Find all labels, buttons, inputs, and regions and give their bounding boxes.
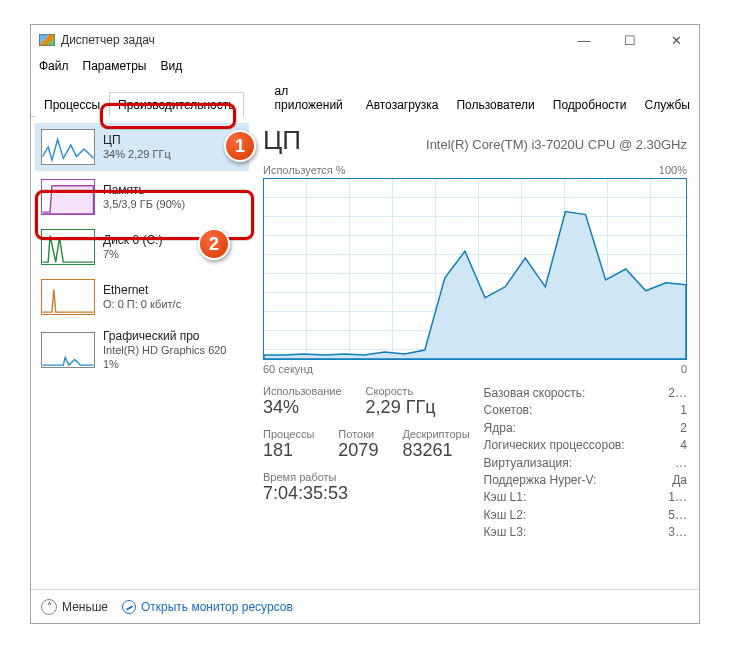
close-button[interactable]: ✕ [653,25,699,55]
sidebar-item-sub: 3,5/3,9 ГБ (90%) [103,198,185,212]
fewer-details-button[interactable]: ˄ Меньше [41,599,108,615]
menu-view[interactable]: Вид [160,59,182,73]
sidebar-item-memory[interactable]: Память 3,5/3,9 ГБ (90%) [35,173,249,221]
main-pane: ЦП Intel(R) Core(TM) i3-7020U CPU @ 2.30… [253,117,699,589]
sidebar-item-sub: 34% 2,29 ГГц [103,148,171,162]
sidebar-item-ethernet[interactable]: Ethernet О: 0 П: 0 кбит/с [35,273,249,321]
chart-label-bl: 60 секунд [263,363,313,375]
disk-thumbnail [41,229,95,265]
sidebar-item-sub: Intel(R) HD Graphics 620 [103,344,227,358]
sidebar-item-sub: 7% [103,248,162,262]
ethernet-thumbnail [41,279,95,315]
stat-value: 7:04:35:53 [263,483,348,504]
tab-startup[interactable]: Автозагрузка [357,92,448,117]
memory-thumbnail [41,179,95,215]
sidebar-item-cpu[interactable]: ЦП 34% 2,29 ГГц [35,123,249,171]
tab-services[interactable]: Службы [636,92,699,117]
menu-bar: Файл Параметры Вид [31,55,699,77]
stat-label: Использование [263,385,342,397]
menu-file[interactable]: Файл [39,59,69,73]
stat-label: Скорость [366,385,436,397]
stat-label: Время работы [263,471,348,483]
tab-row: Процессы Производительность ал приложени… [31,77,699,117]
window-title: Диспетчер задач [61,33,155,47]
tab-details[interactable]: Подробности [544,92,636,117]
stat-value: 2079 [338,440,378,461]
stat-label: Потоки [338,428,378,440]
menu-options[interactable]: Параметры [83,59,147,73]
gpu-thumbnail [41,332,95,368]
chart-label-tr: 100% [659,164,687,176]
tab-processes[interactable]: Процессы [35,92,109,117]
sidebar-item-label: Ethernet [103,283,181,298]
tab-app-history[interactable]: ал приложений [244,78,357,117]
stat-value: 2,29 ГГц [366,397,436,418]
maximize-button[interactable]: ☐ [607,25,653,55]
sidebar-item-gpu[interactable]: Графический про Intel(R) HD Graphics 620… [35,323,249,378]
sidebar-item-label: Диск 0 (C:) [103,233,162,248]
device-name: Intel(R) Core(TM) i3-7020U CPU @ 2.30GHz [319,137,687,152]
footer: ˄ Меньше Открыть монитор ресурсов [31,589,699,623]
app-icon [39,34,55,46]
tab-users[interactable]: Пользователи [447,92,543,117]
chart-label-tl: Используется % [263,164,346,176]
open-resource-monitor-link[interactable]: Открыть монитор ресурсов [122,600,293,614]
stat-value: 181 [263,440,314,461]
titlebar: Диспетчер задач — ☐ ✕ [31,25,699,55]
sidebar-item-label: ЦП [103,133,171,148]
chevron-up-icon: ˄ [41,599,57,615]
annotation-badge-1: 1 [224,130,256,162]
sidebar-item-sub: О: 0 П: 0 кбит/с [103,298,181,312]
cpu-thumbnail [41,129,95,165]
chart-label-br: 0 [681,363,687,375]
minimize-button[interactable]: — [561,25,607,55]
tab-performance[interactable]: Производительность [109,92,243,117]
page-title: ЦП [263,125,301,156]
body: ЦП 34% 2,29 ГГц Память 3,5/3,9 ГБ (90%) [31,117,699,589]
task-manager-window: Диспетчер задач — ☐ ✕ Файл Параметры Вид… [30,24,700,624]
stat-label: Процессы [263,428,314,440]
stat-value: 34% [263,397,342,418]
sidebar-item-sub2: 1% [103,358,227,372]
stat-label: Дескрипторы [402,428,469,440]
stats-right: Базовая скорость:2… Сокетов:1 Ядра:2 Лог… [484,385,687,542]
cpu-chart[interactable] [263,178,687,360]
sidebar: ЦП 34% 2,29 ГГц Память 3,5/3,9 ГБ (90%) [31,117,253,589]
stat-value: 83261 [402,440,469,461]
annotation-badge-2: 2 [198,228,230,260]
resource-monitor-icon [122,600,136,614]
stats-block: Использование34% Скорость2,29 ГГц Процес… [263,385,687,542]
sidebar-item-label: Графический про [103,329,227,344]
sidebar-item-label: Память [103,183,185,198]
